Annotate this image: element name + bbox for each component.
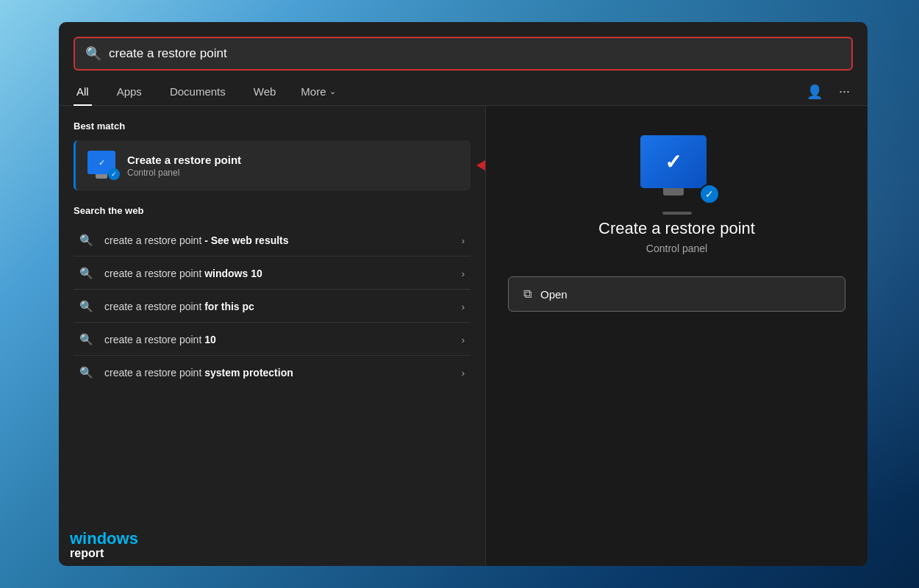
- web-result-text-3: create a restore point for this pc: [104, 301, 451, 312]
- search-panel: 🔍 create a restore point All Apps Docume…: [59, 22, 868, 566]
- app-icon: ✓ ✓: [87, 151, 117, 180]
- main-content: Best match ✓ ✓ Create a restore point Co…: [59, 106, 868, 566]
- web-result-item-4[interactable]: 🔍 create a restore point 10 ›: [74, 324, 471, 355]
- web-search-icon-5: 🔍: [79, 366, 94, 379]
- divider-1: [74, 256, 471, 257]
- ellipsis-icon[interactable]: ···: [836, 81, 853, 102]
- best-match-title: Create a restore point: [127, 154, 241, 166]
- check-badge: ✓: [108, 168, 120, 180]
- checkmark-on-monitor: ✓: [99, 158, 105, 168]
- web-result-bold-4: 10: [204, 334, 216, 345]
- watermark-container: windows report: [70, 531, 138, 560]
- web-search-icon-1: 🔍: [79, 234, 94, 247]
- divider-2: [74, 289, 471, 290]
- chevron-right-icon-4: ›: [462, 334, 465, 345]
- tab-all[interactable]: All: [74, 78, 92, 105]
- tab-web[interactable]: Web: [251, 78, 279, 105]
- arrow-indicator: [476, 160, 485, 171]
- web-result-text-4: create a restore point 10: [104, 334, 451, 345]
- chevron-right-icon-1: ›: [462, 235, 465, 246]
- chevron-down-icon: ⌄: [329, 87, 336, 96]
- search-bar-row: 🔍 create a restore point: [59, 22, 868, 78]
- web-result-item-2[interactable]: 🔍 create a restore point windows 10 ›: [74, 258, 471, 289]
- web-search-icon-2: 🔍: [79, 267, 94, 280]
- web-result-text-2: create a restore point windows 10: [104, 268, 451, 279]
- monitor-large: ✓: [640, 135, 707, 188]
- web-result-text-5: create a restore point system protection: [104, 367, 451, 379]
- web-result-bold-2: windows 10: [204, 268, 262, 279]
- watermark-logo: windows: [70, 529, 138, 548]
- right-panel: ✓ ✓ Create a restore point Control panel…: [485, 106, 868, 566]
- best-match-text: Create a restore point Control panel: [127, 154, 241, 178]
- web-result-normal-1: create a restore point: [104, 234, 201, 246]
- tabs-row: All Apps Documents Web More ⌄ 👤 ···: [59, 78, 868, 106]
- tab-documents[interactable]: Documents: [167, 78, 229, 105]
- watermark-report: report: [70, 547, 104, 559]
- open-button[interactable]: ⧉ Open: [508, 276, 845, 312]
- search-web-label: Search the web: [74, 205, 471, 216]
- divider-3: [74, 322, 471, 323]
- web-result-text-1: create a restore point - See web results: [104, 234, 451, 246]
- chevron-right-icon-2: ›: [462, 268, 465, 279]
- web-result-bold-5: system protection: [204, 367, 293, 379]
- web-result-item-3[interactable]: 🔍 create a restore point for this pc ›: [74, 291, 471, 322]
- search-input-value: create a restore point: [109, 46, 227, 61]
- arrow-head: [476, 160, 485, 171]
- right-panel-app-subtitle: Control panel: [646, 243, 707, 254]
- left-panel: Best match ✓ ✓ Create a restore point Co…: [59, 106, 485, 566]
- web-result-normal-5: create a restore point: [104, 367, 204, 379]
- chevron-right-icon-5: ›: [462, 368, 465, 379]
- tabs-right-actions: 👤 ···: [804, 81, 853, 103]
- best-match-label: Best match: [74, 121, 471, 132]
- search-icon: 🔍: [85, 46, 101, 62]
- web-result-bold-3: for this pc: [204, 301, 254, 312]
- web-result-bold-1: - See web results: [201, 234, 288, 246]
- web-search-icon-4: 🔍: [79, 333, 94, 346]
- search-box[interactable]: 🔍 create a restore point: [74, 37, 853, 71]
- right-panel-app-title: Create a restore point: [598, 219, 755, 238]
- tab-apps[interactable]: Apps: [114, 78, 145, 105]
- web-result-normal-3: create a restore point: [104, 301, 204, 312]
- check-badge-large: ✓: [699, 184, 720, 204]
- best-match-item[interactable]: ✓ ✓ Create a restore point Control panel: [74, 140, 471, 190]
- web-result-normal-4: create a restore point: [104, 334, 204, 345]
- checkmark-large: ✓: [665, 150, 682, 174]
- web-result-normal-2: create a restore point: [104, 268, 204, 279]
- chevron-right-icon-3: ›: [462, 301, 465, 312]
- monitor-stand: [662, 212, 692, 215]
- web-result-item-1[interactable]: 🔍 create a restore point - See web resul…: [74, 225, 471, 256]
- open-button-label: Open: [540, 288, 568, 301]
- tab-more-label: More: [301, 85, 326, 98]
- tab-more[interactable]: More ⌄: [301, 85, 335, 98]
- watermark: windows report: [70, 531, 138, 560]
- open-external-icon: ⧉: [523, 287, 532, 301]
- app-icon-large: ✓ ✓: [640, 135, 714, 201]
- web-result-item-5[interactable]: 🔍 create a restore point system protecti…: [74, 357, 471, 388]
- divider-4: [74, 355, 471, 356]
- best-match-subtitle: Control panel: [127, 168, 241, 178]
- person-icon[interactable]: 👤: [804, 81, 826, 103]
- web-search-icon-3: 🔍: [79, 300, 94, 313]
